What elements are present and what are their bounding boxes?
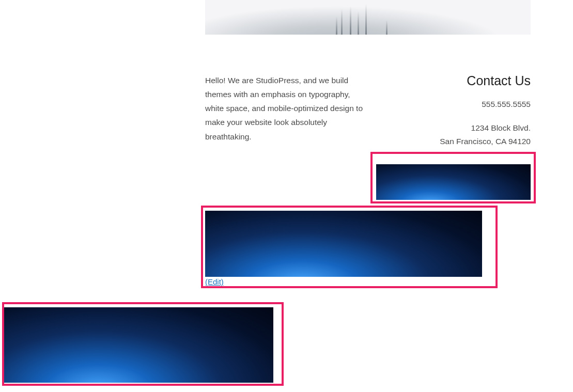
intro-paragraph: Hello! We are StudioPress, and we build … — [205, 73, 365, 149]
hero-image — [205, 0, 531, 35]
contact-phone: 555.555.5555 — [440, 100, 531, 109]
highlight-box-2 — [201, 206, 498, 288]
highlight-box-1 — [370, 152, 536, 203]
contact-block: Contact Us 555.555.5555 1234 Block Blvd.… — [440, 73, 531, 149]
highlight-box-3 — [2, 302, 284, 386]
contact-heading: Contact Us — [440, 73, 531, 88]
content-row: Hello! We are StudioPress, and we build … — [205, 73, 531, 149]
address-line-1: 1234 Block Blvd. — [440, 121, 531, 135]
edit-link[interactable]: (Edit) — [205, 277, 224, 286]
address-line-2: San Francisco, CA 94120 — [440, 135, 531, 148]
contact-address: 1234 Block Blvd. San Francisco, CA 94120 — [440, 121, 531, 149]
